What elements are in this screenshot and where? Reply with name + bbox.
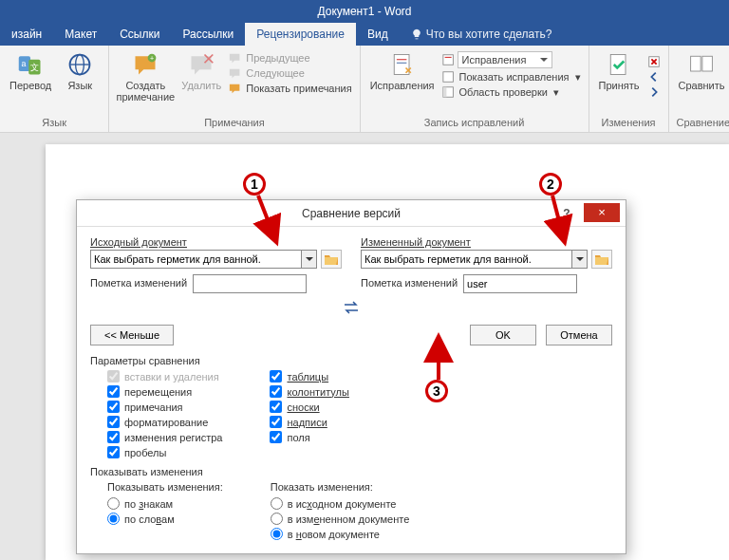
dialog-titlebar: Сравнение версий ? ×	[77, 200, 626, 227]
dialog-close-button[interactable]: ×	[584, 203, 620, 222]
next-change-button[interactable]	[647, 85, 661, 99]
radio-in-new[interactable]: в новом документе	[271, 528, 410, 540]
folder-icon	[324, 252, 339, 266]
tab-design[interactable]: изайн	[0, 23, 53, 46]
group-language: а文 Перевод Язык Язык	[0, 46, 109, 132]
group-label-tracking: Запись исправлений	[368, 115, 581, 132]
source-document-label: Исходный документ	[90, 236, 342, 248]
check-moves[interactable]: перемещения	[107, 385, 222, 398]
tab-layout[interactable]: Макет	[53, 23, 108, 46]
source-document-arrow[interactable]	[301, 251, 316, 268]
translate-icon: а文	[17, 51, 44, 78]
accept-button[interactable]: Принять	[597, 49, 642, 93]
svg-rect-22	[702, 56, 713, 71]
group-tracking: Исправления Исправления Показать исправл…	[361, 46, 589, 132]
track-changes-button[interactable]: Исправления	[368, 49, 437, 93]
group-comments: + Создать примечание Удалить Предыдущее …	[109, 46, 360, 132]
group-label-changes: Изменения	[597, 115, 661, 132]
check-case[interactable]: изменения регистра	[107, 431, 222, 443]
annotation-3-arrow	[431, 336, 450, 382]
svg-rect-14	[442, 55, 453, 65]
ribbon-tabs: изайн Макет Ссылки Рассылки Рецензирован…	[0, 23, 729, 46]
source-browse-button[interactable]	[321, 250, 342, 269]
tab-view[interactable]: Вид	[356, 23, 400, 46]
delete-comment-icon	[188, 51, 215, 78]
reviewing-pane-button[interactable]: Область проверки▾	[442, 85, 581, 99]
group-label-compare: Сравнение	[677, 115, 730, 132]
less-button[interactable]: << Меньше	[90, 325, 174, 345]
show-comments-icon	[229, 82, 242, 95]
markup-icon	[442, 70, 456, 84]
track-icon	[389, 51, 416, 78]
revised-mark-label: Пометка изменений	[361, 277, 458, 289]
radio-in-revised[interactable]: в измененном документе	[271, 513, 410, 525]
radio-in-original[interactable]: в исходном документе	[271, 497, 410, 510]
svg-rect-19	[610, 55, 626, 75]
revised-mark-input[interactable]	[463, 274, 577, 293]
group-label-comments: Примечания	[117, 115, 351, 132]
check-headers[interactable]: колонтитулы	[270, 385, 348, 398]
reject-icon	[647, 55, 661, 68]
revised-document-combo[interactable]	[361, 250, 588, 269]
radio-by-word[interactable]: по словам	[107, 513, 223, 525]
swap-button[interactable]	[90, 301, 612, 317]
annotation-1-arrow	[256, 194, 285, 247]
check-tables[interactable]: таблицы	[270, 370, 348, 383]
group-changes: Принять Изменения	[589, 46, 669, 132]
dialog-title: Сравнение версий	[302, 207, 401, 220]
svg-text:а: а	[22, 59, 27, 68]
check-footnotes[interactable]: сноски	[270, 401, 348, 413]
check-whitespace[interactable]: пробелы	[107, 446, 222, 458]
group-label-language: Язык	[8, 115, 101, 132]
annotation-2-arrow	[549, 194, 577, 247]
reject-button[interactable]	[647, 55, 661, 68]
revised-document-arrow[interactable]	[571, 251, 587, 268]
show-changes-right-header: Показать изменения:	[271, 481, 410, 493]
check-fields[interactable]: поля	[270, 431, 348, 443]
prev-change-icon	[647, 70, 661, 84]
display-for-review-dropdown[interactable]: Исправления	[442, 51, 581, 68]
accept-icon	[606, 51, 632, 78]
check-formatting[interactable]: форматирование	[107, 416, 222, 428]
svg-rect-18	[442, 87, 446, 98]
source-document-input[interactable]	[90, 250, 317, 269]
show-changes-header: Показывать изменения	[90, 466, 612, 477]
compare-icon	[688, 51, 715, 78]
source-mark-input[interactable]	[193, 274, 307, 293]
titlebar: Документ1 - Word	[0, 0, 729, 23]
source-mark-label: Пометка изменений	[90, 277, 187, 289]
show-comments-button[interactable]: Показать примечания	[229, 82, 351, 95]
next-change-icon	[647, 85, 661, 99]
tab-mailings[interactable]: Рассылки	[171, 23, 245, 46]
translate-button[interactable]: а文 Перевод	[8, 49, 53, 93]
tab-review[interactable]: Рецензирование	[245, 23, 356, 46]
display-icon	[442, 53, 456, 66]
source-document-combo[interactable]	[90, 250, 317, 269]
check-insertions: вставки и удаления	[107, 370, 222, 383]
radio-by-char[interactable]: по знакам	[107, 497, 223, 510]
tell-me-search[interactable]: Что вы хотите сделать?	[400, 23, 564, 46]
svg-rect-21	[691, 56, 701, 71]
cancel-button[interactable]: Отмена	[546, 325, 612, 345]
prev-change-button[interactable]	[647, 70, 661, 84]
new-comment-button[interactable]: + Создать примечание	[117, 49, 174, 104]
next-comment-button[interactable]: Следующее	[229, 66, 351, 80]
svg-text:+: +	[150, 55, 154, 62]
check-comments[interactable]: примечания	[107, 401, 222, 413]
revised-browse-button[interactable]	[591, 250, 612, 269]
tab-references[interactable]: Ссылки	[108, 23, 171, 46]
compare-button[interactable]: Сравнить	[677, 49, 727, 93]
next-icon	[229, 66, 242, 80]
delete-comment-button[interactable]: Удалить	[179, 49, 223, 93]
globe-icon	[66, 51, 93, 78]
ok-button[interactable]: OK	[470, 325, 536, 345]
show-markup-button[interactable]: Показать исправления▾	[442, 70, 581, 84]
check-textboxes[interactable]: надписи	[270, 416, 348, 428]
language-button[interactable]: Язык	[59, 49, 101, 93]
lightbulb-icon	[411, 28, 422, 40]
revised-document-input[interactable]	[361, 250, 588, 269]
prev-comment-button[interactable]: Предыдущее	[229, 51, 351, 65]
comment-icon: +	[132, 51, 159, 78]
prev-icon	[229, 51, 242, 65]
folder-icon	[594, 252, 609, 266]
